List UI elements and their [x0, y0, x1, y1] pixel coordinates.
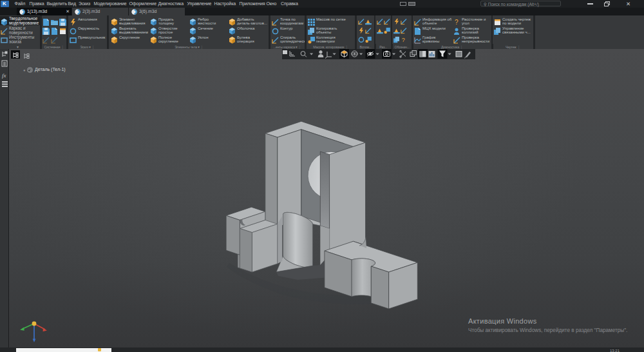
svg-text:fx: fx — [2, 72, 6, 79]
svg-text:?: ? — [455, 19, 459, 26]
svg-text:?: ? — [402, 37, 405, 43]
